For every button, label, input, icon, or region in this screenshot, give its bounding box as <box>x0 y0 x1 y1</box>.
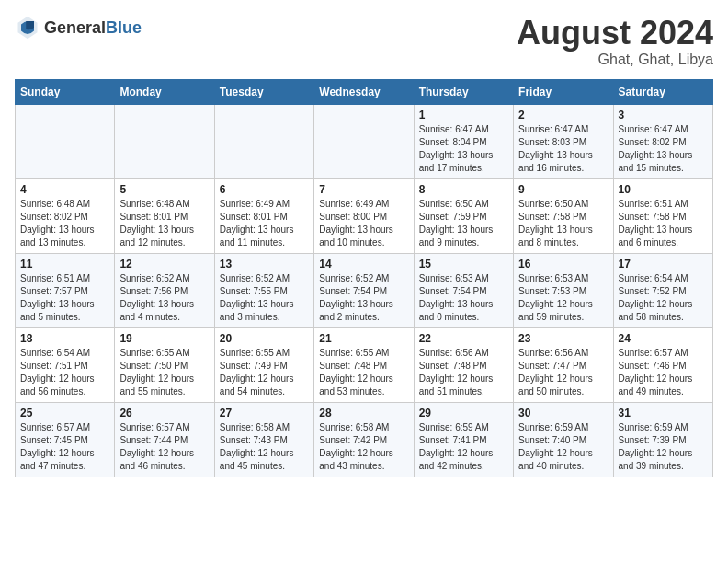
calendar-cell: 26Sunrise: 6:57 AMSunset: 7:44 PMDayligh… <box>115 402 214 477</box>
day-info: Sunrise: 6:50 AMSunset: 7:59 PMDaylight:… <box>419 198 508 249</box>
day-info: Sunrise: 6:58 AMSunset: 7:43 PMDaylight:… <box>220 421 309 473</box>
day-info: Sunrise: 6:56 AMSunset: 7:47 PMDaylight:… <box>518 347 608 398</box>
day-number: 29 <box>419 407 508 419</box>
day-number: 2 <box>518 109 608 121</box>
day-number: 12 <box>119 258 209 270</box>
day-info: Sunrise: 6:51 AMSunset: 7:58 PMDaylight:… <box>619 198 708 249</box>
calendar-cell: 10Sunrise: 6:51 AMSunset: 7:58 PMDayligh… <box>613 178 712 253</box>
calendar-cell <box>115 104 214 178</box>
day-info: Sunrise: 6:59 AMSunset: 7:40 PMDaylight:… <box>518 421 608 473</box>
day-info: Sunrise: 6:56 AMSunset: 7:48 PMDaylight:… <box>419 347 508 398</box>
day-number: 25 <box>20 407 109 419</box>
day-info: Sunrise: 6:54 AMSunset: 7:52 PMDaylight:… <box>619 272 708 324</box>
calendar-week-1: 1Sunrise: 6:47 AMSunset: 8:04 PMDaylight… <box>16 104 713 178</box>
title-block: August 2024 Ghat, Ghat, Libya <box>517 15 713 68</box>
day-info: Sunrise: 6:57 AMSunset: 7:45 PMDaylight:… <box>20 421 109 473</box>
day-number: 30 <box>518 407 608 419</box>
day-number: 19 <box>119 332 209 345</box>
day-info: Sunrise: 6:55 AMSunset: 7:50 PMDaylight:… <box>119 347 209 398</box>
day-info: Sunrise: 6:52 AMSunset: 7:54 PMDaylight:… <box>319 272 408 324</box>
calendar-cell: 7Sunrise: 6:49 AMSunset: 8:00 PMDaylight… <box>314 178 414 253</box>
day-number: 5 <box>119 183 209 196</box>
page-header: GeneralBlue August 2024 Ghat, Ghat, Liby… <box>15 15 713 68</box>
calendar-cell: 30Sunrise: 6:59 AMSunset: 7:40 PMDayligh… <box>514 402 613 477</box>
day-info: Sunrise: 6:59 AMSunset: 7:41 PMDaylight:… <box>419 421 508 473</box>
day-number: 15 <box>419 258 508 270</box>
day-number: 24 <box>619 332 708 345</box>
logo-general: General <box>44 18 106 37</box>
calendar-cell: 27Sunrise: 6:58 AMSunset: 7:43 PMDayligh… <box>214 402 313 477</box>
weekday-wednesday: Wednesday <box>314 79 414 104</box>
logo-blue: Blue <box>106 18 142 37</box>
day-number: 23 <box>518 332 608 345</box>
calendar-cell: 6Sunrise: 6:49 AMSunset: 8:01 PMDaylight… <box>214 178 313 253</box>
calendar-cell: 17Sunrise: 6:54 AMSunset: 7:52 PMDayligh… <box>613 253 712 327</box>
day-number: 9 <box>518 183 608 196</box>
calendar-header: SundayMondayTuesdayWednesdayThursdayFrid… <box>16 79 713 104</box>
calendar-cell: 3Sunrise: 6:47 AMSunset: 8:02 PMDaylight… <box>613 104 712 178</box>
logo-icon <box>15 15 40 40</box>
calendar-cell: 16Sunrise: 6:53 AMSunset: 7:53 PMDayligh… <box>514 253 613 327</box>
day-number: 13 <box>220 258 309 270</box>
day-info: Sunrise: 6:52 AMSunset: 7:55 PMDaylight:… <box>220 272 309 324</box>
day-info: Sunrise: 6:58 AMSunset: 7:42 PMDaylight:… <box>319 421 408 473</box>
calendar-week-4: 18Sunrise: 6:54 AMSunset: 7:51 PMDayligh… <box>16 327 713 402</box>
day-info: Sunrise: 6:48 AMSunset: 8:02 PMDaylight:… <box>20 198 109 249</box>
day-number: 26 <box>119 407 209 419</box>
calendar-week-5: 25Sunrise: 6:57 AMSunset: 7:45 PMDayligh… <box>16 402 713 477</box>
weekday-monday: Monday <box>115 79 214 104</box>
day-number: 28 <box>319 407 408 419</box>
page-title: August 2024 <box>517 15 713 52</box>
day-info: Sunrise: 6:53 AMSunset: 7:53 PMDaylight:… <box>518 272 608 324</box>
day-info: Sunrise: 6:50 AMSunset: 7:58 PMDaylight:… <box>518 198 608 249</box>
calendar-cell: 28Sunrise: 6:58 AMSunset: 7:42 PMDayligh… <box>314 402 414 477</box>
day-info: Sunrise: 6:49 AMSunset: 8:00 PMDaylight:… <box>319 198 408 249</box>
day-info: Sunrise: 6:49 AMSunset: 8:01 PMDaylight:… <box>220 198 309 249</box>
calendar-cell: 25Sunrise: 6:57 AMSunset: 7:45 PMDayligh… <box>16 402 115 477</box>
day-info: Sunrise: 6:48 AMSunset: 8:01 PMDaylight:… <box>119 198 209 249</box>
calendar-cell <box>314 104 414 178</box>
day-number: 22 <box>419 332 508 345</box>
day-number: 7 <box>319 183 408 196</box>
day-number: 16 <box>518 258 608 270</box>
day-number: 18 <box>20 332 109 345</box>
calendar-cell: 29Sunrise: 6:59 AMSunset: 7:41 PMDayligh… <box>414 402 513 477</box>
day-number: 4 <box>20 183 109 196</box>
weekday-thursday: Thursday <box>414 79 513 104</box>
calendar-cell: 13Sunrise: 6:52 AMSunset: 7:55 PMDayligh… <box>214 253 313 327</box>
weekday-row: SundayMondayTuesdayWednesdayThursdayFrid… <box>16 79 713 104</box>
calendar-week-2: 4Sunrise: 6:48 AMSunset: 8:02 PMDaylight… <box>16 178 713 253</box>
calendar-cell: 31Sunrise: 6:59 AMSunset: 7:39 PMDayligh… <box>613 402 712 477</box>
calendar-cell: 24Sunrise: 6:57 AMSunset: 7:46 PMDayligh… <box>613 327 712 402</box>
calendar-cell: 4Sunrise: 6:48 AMSunset: 8:02 PMDaylight… <box>16 178 115 253</box>
day-info: Sunrise: 6:55 AMSunset: 7:48 PMDaylight:… <box>319 347 408 398</box>
day-info: Sunrise: 6:53 AMSunset: 7:54 PMDaylight:… <box>419 272 508 324</box>
day-info: Sunrise: 6:52 AMSunset: 7:56 PMDaylight:… <box>119 272 209 324</box>
calendar-body: 1Sunrise: 6:47 AMSunset: 8:04 PMDaylight… <box>16 104 713 477</box>
day-number: 20 <box>220 332 309 345</box>
day-info: Sunrise: 6:55 AMSunset: 7:49 PMDaylight:… <box>220 347 309 398</box>
day-info: Sunrise: 6:51 AMSunset: 7:57 PMDaylight:… <box>20 272 109 324</box>
calendar-cell: 11Sunrise: 6:51 AMSunset: 7:57 PMDayligh… <box>16 253 115 327</box>
weekday-tuesday: Tuesday <box>214 79 313 104</box>
day-info: Sunrise: 6:57 AMSunset: 7:44 PMDaylight:… <box>119 421 209 473</box>
calendar-cell: 22Sunrise: 6:56 AMSunset: 7:48 PMDayligh… <box>414 327 513 402</box>
day-number: 1 <box>419 109 508 121</box>
calendar-cell: 12Sunrise: 6:52 AMSunset: 7:56 PMDayligh… <box>115 253 214 327</box>
day-info: Sunrise: 6:59 AMSunset: 7:39 PMDaylight:… <box>619 421 708 473</box>
calendar-cell: 8Sunrise: 6:50 AMSunset: 7:59 PMDaylight… <box>414 178 513 253</box>
calendar-cell <box>214 104 313 178</box>
day-number: 14 <box>319 258 408 270</box>
day-number: 11 <box>20 258 109 270</box>
calendar-table: SundayMondayTuesdayWednesdayThursdayFrid… <box>15 79 713 477</box>
calendar-cell: 18Sunrise: 6:54 AMSunset: 7:51 PMDayligh… <box>16 327 115 402</box>
page-subtitle: Ghat, Ghat, Libya <box>517 52 713 68</box>
day-number: 21 <box>319 332 408 345</box>
day-number: 17 <box>619 258 708 270</box>
calendar-cell: 23Sunrise: 6:56 AMSunset: 7:47 PMDayligh… <box>514 327 613 402</box>
calendar-cell: 21Sunrise: 6:55 AMSunset: 7:48 PMDayligh… <box>314 327 414 402</box>
day-number: 3 <box>619 109 708 121</box>
calendar-cell: 2Sunrise: 6:47 AMSunset: 8:03 PMDaylight… <box>514 104 613 178</box>
calendar-cell: 14Sunrise: 6:52 AMSunset: 7:54 PMDayligh… <box>314 253 414 327</box>
weekday-sunday: Sunday <box>16 79 115 104</box>
